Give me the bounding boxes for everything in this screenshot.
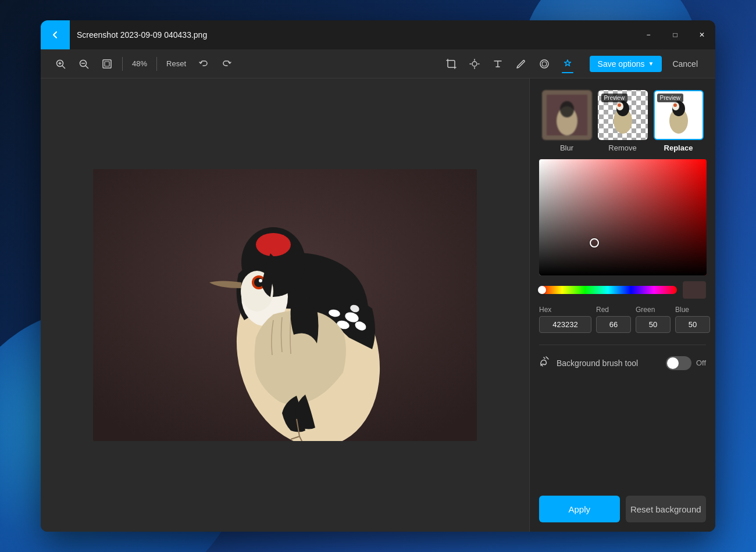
undo-button[interactable] [193, 53, 214, 74]
svg-point-24 [259, 279, 262, 282]
blur-thumb [542, 90, 592, 140]
red-input[interactable] [596, 316, 631, 333]
blur-option[interactable]: Blur [542, 90, 592, 152]
blue-label: Blue [675, 306, 710, 314]
color-inputs: Hex Red Green Blue [539, 306, 706, 333]
blue-input[interactable] [675, 316, 710, 333]
gradient-brightness [539, 159, 707, 275]
svg-line-1 [63, 66, 65, 68]
cancel-button[interactable]: Cancel [664, 56, 706, 72]
fit-to-screen-button[interactable] [97, 53, 117, 74]
svg-line-5 [86, 66, 88, 68]
toolbar-divider-2 [156, 57, 157, 71]
panel-divider [539, 345, 706, 345]
toolbar-divider-1 [122, 57, 123, 71]
save-options-button[interactable]: Save options ▼ [590, 56, 662, 72]
hue-slider-container [539, 281, 706, 299]
color-picker-section: Hex Red Green Blue [530, 159, 715, 340]
bird-image [93, 169, 477, 441]
remove-bg-tool-button[interactable] [534, 53, 555, 74]
canvas-area [41, 78, 529, 532]
zoom-level: 48% [127, 59, 152, 68]
color-preview-swatch [683, 281, 706, 299]
replace-option[interactable]: Preview Replace [654, 90, 704, 152]
minimize-button[interactable]: − [635, 20, 662, 49]
green-input-group: Green [636, 306, 671, 333]
green-input[interactable] [636, 316, 671, 333]
brush-icon [539, 356, 551, 370]
reset-background-button[interactable]: Reset background [626, 496, 707, 522]
svg-rect-33 [547, 95, 587, 135]
zoom-out-button[interactable] [73, 53, 94, 74]
window-controls: − □ ✕ [635, 20, 715, 49]
svg-point-20 [256, 233, 291, 256]
replace-label: Replace [664, 144, 693, 152]
replace-thumb: Preview [654, 90, 704, 140]
svg-rect-7 [103, 60, 111, 68]
svg-point-43 [673, 103, 677, 107]
hex-label: Hex [539, 306, 591, 314]
window-title: Screenshot 2023-09-09 040433.png [77, 30, 635, 40]
remove-label: Remove [608, 144, 636, 152]
apply-button[interactable]: Apply [539, 496, 620, 522]
close-button[interactable]: ✕ [689, 20, 715, 49]
toggle-switch[interactable]: Off [666, 356, 706, 370]
toggle-label: Off [696, 359, 706, 367]
red-input-group: Red [596, 306, 631, 333]
bg-options: Blur Preview Remove [530, 78, 715, 159]
svg-point-38 [618, 103, 621, 107]
maximize-button[interactable]: □ [662, 20, 689, 49]
right-panel: Blur Preview Remove [529, 78, 715, 532]
blur-label: Blur [560, 144, 573, 152]
svg-rect-8 [105, 62, 109, 66]
toolbar: 48% Reset [41, 49, 715, 78]
red-label: Red [596, 306, 631, 314]
remove-option[interactable]: Preview Remove [598, 90, 648, 152]
text-tool-button[interactable] [487, 53, 508, 74]
color-gradient-picker[interactable] [539, 159, 707, 275]
effects-tool-button[interactable] [557, 53, 578, 74]
zoom-in-button[interactable] [50, 53, 71, 74]
redo-button[interactable] [216, 53, 237, 74]
edit-tools [441, 53, 578, 74]
bottom-buttons: Apply Reset background [530, 486, 715, 532]
image-container [93, 169, 477, 441]
brightness-tool-button[interactable] [464, 53, 485, 74]
hex-input[interactable] [539, 316, 591, 333]
app-window: Screenshot 2023-09-09 040433.png − □ ✕ [41, 20, 715, 532]
brush-tool-row: Background brush tool Off [530, 350, 715, 376]
toggle-thumb [667, 357, 679, 369]
main-content: Blur Preview Remove [41, 78, 715, 532]
crop-tool-button[interactable] [441, 53, 462, 74]
blue-input-group: Blue [675, 306, 710, 333]
replace-preview-badge: Preview [657, 94, 684, 102]
brush-label: Background brush tool [557, 359, 660, 368]
svg-point-9 [472, 62, 477, 66]
hue-thumb[interactable] [538, 286, 546, 294]
hue-slider[interactable] [539, 286, 677, 294]
toggle-track[interactable] [666, 356, 691, 370]
svg-point-14 [540, 60, 548, 68]
green-label: Green [636, 306, 671, 314]
remove-thumb: Preview [598, 90, 648, 140]
back-button[interactable] [41, 20, 70, 49]
draw-tool-button[interactable] [511, 53, 532, 74]
reset-button[interactable]: Reset [162, 57, 191, 70]
hex-input-group: Hex [539, 306, 591, 333]
dropdown-arrow-icon: ▼ [648, 60, 654, 67]
title-bar: Screenshot 2023-09-09 040433.png − □ ✕ [41, 20, 715, 49]
remove-preview-badge: Preview [601, 94, 628, 102]
